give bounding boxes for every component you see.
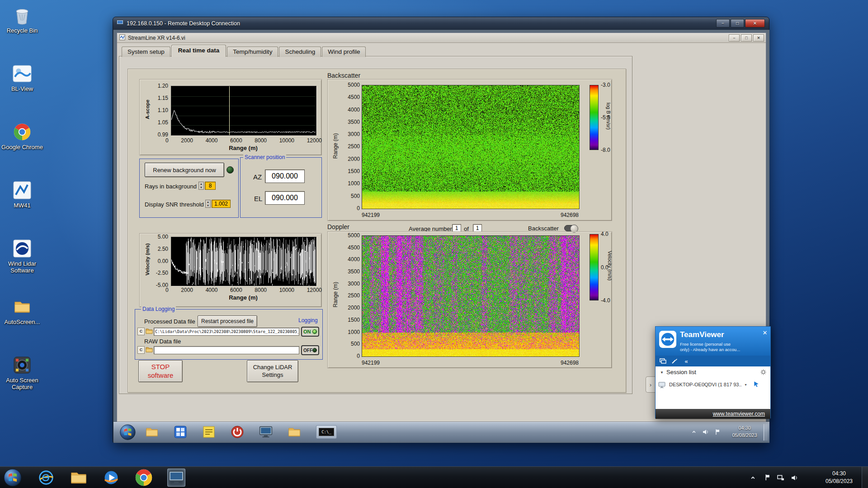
desktop-icon-bl-view[interactable]: BL-View bbox=[1, 63, 43, 93]
tick-label: 500 bbox=[351, 341, 360, 347]
snr-spinner[interactable]: ▲▼ bbox=[205, 200, 211, 208]
tab-real-time-data[interactable]: Real time data bbox=[171, 45, 226, 57]
raw-path-field[interactable] bbox=[154, 346, 299, 354]
doppler-heatmap bbox=[362, 235, 580, 357]
change-lidar-settings-button[interactable]: Change LiDAR Settings bbox=[247, 360, 298, 382]
tick-label: 2.50 bbox=[158, 246, 168, 252]
teamviewer-collapse-left-icon[interactable]: « bbox=[683, 357, 690, 365]
desktop: Recycle BinBL-ViewGoogle ChromeMW41Wind … bbox=[0, 0, 868, 488]
real-time-data-panel: A-scope 1.201.151.101.050.99 02000400060… bbox=[127, 69, 626, 393]
network-icon[interactable] bbox=[777, 474, 785, 482]
tick-label: 2000 bbox=[181, 287, 193, 293]
teamviewer-close-icon[interactable]: ✕ bbox=[761, 329, 769, 336]
volume-icon[interactable] bbox=[790, 474, 798, 482]
snr-threshold-label: Display SNR threshold bbox=[145, 201, 204, 208]
tab-scheduling[interactable]: Scheduling bbox=[279, 47, 321, 57]
grid-app-icon[interactable] bbox=[174, 425, 187, 439]
tab-temp-humidity[interactable]: Temp/humidity bbox=[227, 47, 278, 57]
processed-browse-folder-icon[interactable] bbox=[146, 328, 153, 337]
el-input[interactable]: 090.000 bbox=[265, 191, 305, 205]
session-item-dropdown-icon[interactable]: ▼ bbox=[744, 383, 747, 386]
desktop-icon-label: Wind Lidar Software bbox=[1, 261, 43, 274]
tick-label: 0.00 bbox=[158, 258, 168, 264]
session-connect-pointer-icon[interactable] bbox=[753, 381, 760, 389]
backscatter-toggle[interactable] bbox=[564, 225, 578, 231]
tray-expand-icon[interactable] bbox=[749, 474, 757, 482]
desktop-icon-wind-lidar-software[interactable]: Wind Lidar Software bbox=[1, 238, 43, 274]
raw-logging-toggle[interactable]: OFF bbox=[301, 345, 319, 355]
command-prompt-icon[interactable]: C:\_ bbox=[316, 425, 337, 439]
show-desktop-button[interactable] bbox=[862, 467, 868, 488]
tick-label: 5000 bbox=[348, 232, 360, 239]
taskbar-clock[interactable]: 04:30 05/08/2023 bbox=[816, 470, 862, 485]
tick-label: 0 bbox=[165, 287, 169, 293]
desktop-icon-label: Google Chrome bbox=[1, 144, 43, 151]
start-orb[interactable] bbox=[4, 469, 22, 487]
power-app-icon[interactable] bbox=[231, 425, 244, 439]
raw-browse-folder-icon[interactable] bbox=[146, 346, 153, 355]
tick-label: 2000 bbox=[181, 137, 193, 144]
app-maximize-button[interactable]: □ bbox=[741, 34, 752, 42]
app-close-button[interactable]: ✕ bbox=[753, 34, 764, 42]
processed-logging-toggle[interactable]: ON bbox=[301, 327, 319, 337]
backscatter-x-end: 942698 bbox=[535, 212, 579, 218]
app-title: StreamLine XR v14-6.vi bbox=[128, 35, 185, 41]
tick-label: 4000 bbox=[206, 287, 218, 293]
rdp-titlebar[interactable]: 192.168.0.150 - Remote Desktop Connectio… bbox=[113, 17, 769, 30]
rdp-minimize-button[interactable]: − bbox=[716, 19, 730, 28]
notes-app-icon[interactable] bbox=[202, 425, 216, 439]
internet-explorer-icon[interactable] bbox=[37, 469, 55, 487]
action-center-icon[interactable] bbox=[763, 473, 771, 481]
session-list-expand-icon[interactable]: ▼ bbox=[660, 371, 664, 375]
tick-label: 3000 bbox=[348, 281, 360, 287]
desktop-icon-google-chrome[interactable]: Google Chrome bbox=[1, 121, 43, 151]
remote-clock[interactable]: 04:30 05/08/2023 bbox=[725, 425, 764, 439]
remote-date: 05/08/2023 bbox=[725, 432, 764, 439]
stop-software-button[interactable]: STOP software bbox=[138, 360, 183, 382]
tick-label: 1000 bbox=[348, 180, 360, 187]
rays-spinner[interactable]: ▲▼ bbox=[198, 182, 204, 190]
restart-processed-file-button[interactable]: Restart processed file bbox=[198, 315, 257, 327]
tab-wind-profile[interactable]: Wind profile bbox=[322, 47, 366, 57]
teamviewer-monitors-icon[interactable] bbox=[659, 357, 666, 365]
desktop-icon-autoscreen[interactable]: AutoScreen... bbox=[1, 296, 43, 326]
session-item[interactable]: DESKTOP-OE0QDVI (1 817 93... ▼ bbox=[657, 380, 769, 391]
backscatter-title: Backscatter bbox=[327, 72, 360, 79]
rdp-restore-button[interactable]: □ bbox=[731, 19, 744, 28]
renew-background-button[interactable]: Renew background now bbox=[145, 163, 224, 177]
remote-show-desktop-button[interactable] bbox=[764, 424, 768, 441]
teamviewer-collapse-tab[interactable]: › bbox=[646, 376, 655, 393]
remote-volume-icon[interactable] bbox=[702, 428, 709, 436]
remote-tray-expand-icon[interactable] bbox=[690, 428, 698, 436]
backscatter-y-axis: 5000450040003500300025002000150010005000 bbox=[341, 82, 360, 211]
session-settings-gear-icon[interactable] bbox=[760, 369, 766, 377]
tick-label: 10000 bbox=[279, 137, 294, 144]
desktop-icon-label: Auto Screen Capture bbox=[1, 377, 43, 390]
media-player-icon[interactable] bbox=[102, 469, 120, 487]
rdp-close-button[interactable]: ✕ bbox=[745, 19, 765, 28]
session-list-row[interactable]: ▼ Session list bbox=[656, 368, 770, 379]
app-minimize-button[interactable]: − bbox=[729, 34, 740, 42]
explorer-icon[interactable] bbox=[145, 425, 159, 439]
app-titlebar[interactable]: StreamLine XR v14-6.vi − □ ✕ bbox=[117, 33, 766, 43]
desktop-icon-recycle-bin[interactable]: Recycle Bin bbox=[1, 5, 43, 34]
teamviewer-brush-icon[interactable] bbox=[671, 357, 678, 365]
remote-desktop-icon[interactable] bbox=[167, 469, 185, 487]
capture-app-icon[interactable] bbox=[259, 425, 273, 439]
desktop-icon-mw41[interactable]: MW41 bbox=[1, 179, 43, 209]
processed-drive-icon[interactable]: C bbox=[137, 328, 145, 335]
chrome-icon[interactable] bbox=[135, 469, 153, 487]
remote-action-center-icon[interactable] bbox=[714, 428, 721, 436]
snr-value-field[interactable]: 1.002 bbox=[212, 200, 231, 208]
processed-path-field[interactable]: C:\Lidar\Data\Proc\2023\202308\20230809\… bbox=[154, 328, 299, 336]
folder-icon[interactable] bbox=[288, 425, 301, 439]
processed-data-file-label: Processed Data file bbox=[144, 318, 195, 325]
az-input[interactable]: 090.000 bbox=[265, 169, 305, 183]
remote-start-orb[interactable] bbox=[120, 424, 136, 440]
rays-value-field[interactable]: 8 bbox=[205, 182, 216, 190]
explorer-icon[interactable] bbox=[70, 469, 88, 487]
raw-drive-icon[interactable]: C bbox=[137, 346, 145, 354]
desktop-icon-auto-screen-capture[interactable]: Auto Screen Capture bbox=[1, 354, 43, 390]
teamviewer-link[interactable]: www.teamviewer.com bbox=[713, 409, 770, 419]
tab-system-setup[interactable]: System setup bbox=[122, 47, 170, 57]
